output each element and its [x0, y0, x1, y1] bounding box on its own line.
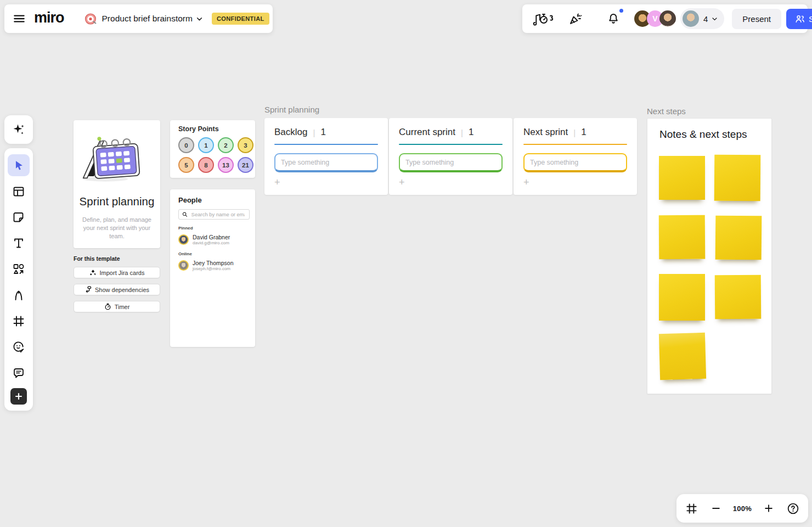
- button-label: Import Jira cards: [100, 270, 145, 276]
- import-jira-cards-button[interactable]: Import Jira cards: [74, 267, 160, 278]
- menu-icon: [12, 12, 26, 26]
- people-panel: People Pinned David Grabner david.g@miro…: [170, 189, 255, 347]
- zoom-in-button[interactable]: [762, 502, 775, 515]
- story-point-chip[interactable]: 3: [238, 137, 253, 153]
- people-group-label: Pinned: [178, 226, 250, 231]
- sticker-tool[interactable]: [8, 336, 30, 358]
- person-row[interactable]: Joey Thompson joseph.f@miro.com: [178, 260, 250, 271]
- templates-tool[interactable]: [8, 181, 30, 203]
- template-section-label: For this template: [74, 255, 120, 262]
- add-card-button[interactable]: +: [274, 177, 284, 187]
- celebrate-button[interactable]: [565, 8, 586, 29]
- story-point-chip[interactable]: 2: [218, 137, 234, 153]
- target-icon: [84, 12, 98, 26]
- person-email: david.g@miro.com: [193, 240, 230, 245]
- template-card[interactable]: Sprint planning Define, plan, and manage…: [74, 120, 160, 248]
- sticker-icon: [12, 340, 25, 354]
- pen-tool[interactable]: [8, 284, 30, 306]
- template-description: Define, plan, and manage your next sprin…: [74, 216, 160, 240]
- chevron-down-icon[interactable]: [195, 14, 204, 24]
- story-points-panel: Story Points 0 1 2 3 5 8 13 21: [170, 120, 255, 178]
- sticky-note[interactable]: [659, 333, 706, 380]
- show-dependencies-button[interactable]: Show dependencies: [74, 284, 160, 295]
- share-button[interactable]: Share: [786, 9, 812, 29]
- music-timer-button[interactable]: [530, 8, 557, 29]
- main-menu-button[interactable]: [10, 9, 29, 28]
- column-title: Current sprint: [399, 127, 455, 138]
- story-point-chip[interactable]: 0: [178, 137, 194, 153]
- timer-button[interactable]: Timer: [74, 301, 160, 312]
- notifications-button[interactable]: [605, 10, 622, 27]
- story-point-chip[interactable]: 5: [178, 157, 194, 173]
- collaborator-count: 4: [703, 14, 708, 24]
- add-card-button[interactable]: +: [523, 177, 533, 187]
- column-card-input[interactable]: [399, 153, 503, 172]
- present-button[interactable]: Present: [732, 9, 781, 29]
- sticky-note-tool[interactable]: [8, 206, 30, 228]
- sticky-note[interactable]: [715, 275, 762, 319]
- music-timer-icon: [532, 10, 555, 27]
- story-point-chip[interactable]: 1: [198, 137, 214, 153]
- column-backlog[interactable]: Backlog | 1 +: [264, 118, 388, 195]
- text-tool[interactable]: [8, 232, 30, 254]
- sticky-note[interactable]: [659, 156, 705, 200]
- cursor-icon: [13, 159, 25, 171]
- column-separator: |: [313, 128, 315, 137]
- column-current-sprint[interactable]: Current sprint | 1 +: [389, 118, 512, 195]
- person-email: joseph.f@miro.com: [193, 266, 234, 271]
- ai-assistant-button[interactable]: [8, 119, 30, 141]
- sticky-note[interactable]: [659, 215, 706, 260]
- notes-panel[interactable]: Notes & next steps: [647, 118, 772, 394]
- template-title: Sprint planning: [74, 195, 160, 208]
- miro-logo[interactable]: miro: [34, 9, 64, 26]
- collaborators-dropdown[interactable]: 4: [680, 8, 724, 29]
- comment-tool[interactable]: [8, 362, 30, 384]
- add-card-button[interactable]: +: [399, 177, 409, 187]
- add-more-tools-button[interactable]: [10, 388, 27, 405]
- confidential-badge: CONFIDENTIAL: [212, 13, 269, 25]
- fit-view-icon: [685, 502, 698, 515]
- column-next-sprint[interactable]: Next sprint | 1 +: [514, 118, 637, 195]
- person-row[interactable]: David Grabner david.g@miro.com: [178, 234, 250, 245]
- frame-label-sprint-planning[interactable]: Sprint planning: [264, 105, 319, 114]
- zoom-out-button[interactable]: [709, 502, 723, 515]
- column-card-input[interactable]: [523, 153, 627, 172]
- header-actions: V 4 Present Share: [522, 4, 808, 33]
- select-tool[interactable]: [8, 154, 30, 176]
- frame-tool[interactable]: [8, 310, 30, 332]
- story-point-chip[interactable]: 21: [238, 157, 253, 173]
- column-underline: [274, 144, 378, 145]
- tools-panel: [4, 148, 33, 411]
- people-search[interactable]: [178, 209, 250, 220]
- ai-sparkle-icon: [12, 122, 26, 137]
- column-title: Backlog: [274, 127, 307, 138]
- shapes-icon: [12, 262, 25, 276]
- story-point-chip[interactable]: 13: [218, 157, 234, 173]
- calendar-illustration: [74, 132, 160, 185]
- help-icon: [787, 502, 799, 515]
- shapes-tool[interactable]: [8, 258, 30, 280]
- sticky-note[interactable]: [715, 216, 762, 260]
- notes-title: Notes & next steps: [659, 128, 747, 141]
- help-button[interactable]: [786, 501, 800, 516]
- people-search-input[interactable]: [190, 211, 246, 218]
- person-name: Joey Thompson: [193, 260, 234, 266]
- dependencies-icon: [84, 286, 92, 293]
- board-title[interactable]: Product brief brainstorm: [102, 14, 193, 24]
- frame-label-next-steps[interactable]: Next steps: [647, 106, 686, 116]
- collaborator-avatars: V: [634, 10, 676, 27]
- column-card-input[interactable]: [274, 153, 378, 172]
- fit-view-button[interactable]: [684, 501, 699, 516]
- sticky-note[interactable]: [659, 274, 705, 321]
- story-point-chip[interactable]: 8: [198, 157, 214, 173]
- timer-icon: [104, 303, 111, 310]
- column-separator: |: [573, 128, 576, 137]
- story-points-title: Story Points: [178, 125, 255, 133]
- miro-board-canvas[interactable]: miro Product brief brainstorm CONFIDENTI…: [0, 0, 812, 527]
- notification-dot: [619, 9, 623, 13]
- sticky-note[interactable]: [714, 155, 761, 201]
- jira-icon: [89, 269, 97, 276]
- avatar[interactable]: [659, 10, 676, 27]
- zoom-level[interactable]: 100%: [733, 504, 752, 513]
- frame-icon: [12, 315, 25, 328]
